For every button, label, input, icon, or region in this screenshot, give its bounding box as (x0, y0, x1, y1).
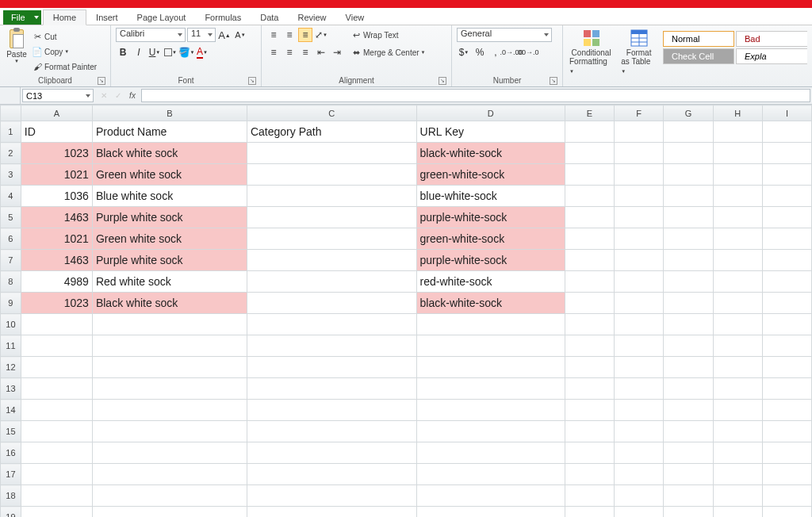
cell[interactable] (565, 507, 614, 518)
cell[interactable] (615, 314, 664, 335)
cell[interactable] (664, 164, 713, 186)
cell[interactable] (565, 335, 614, 357)
cell[interactable] (565, 250, 614, 271)
border-button[interactable]: ▼ (163, 45, 178, 59)
tab-page-layout[interactable]: Page Layout (128, 10, 196, 25)
cell[interactable] (664, 421, 713, 442)
cell[interactable]: black-white-sock (416, 293, 565, 314)
cell[interactable] (762, 228, 811, 250)
cell[interactable] (713, 250, 762, 271)
cell[interactable] (92, 335, 247, 357)
cell[interactable] (92, 507, 247, 518)
row-header[interactable]: 13 (1, 378, 21, 400)
col-header-I[interactable]: I (762, 105, 811, 121)
row-header[interactable]: 12 (1, 357, 21, 378)
cell[interactable] (416, 400, 565, 421)
row-header[interactable]: 3 (1, 164, 21, 186)
cell[interactable] (247, 442, 416, 464)
cell[interactable] (664, 357, 713, 378)
row-header[interactable]: 7 (1, 250, 21, 271)
cell[interactable] (615, 507, 664, 518)
cell[interactable] (762, 335, 811, 357)
cell[interactable]: Black white sock (92, 293, 247, 314)
cell[interactable] (762, 378, 811, 400)
cell[interactable] (416, 485, 565, 507)
col-header-F[interactable]: F (615, 105, 664, 121)
cell[interactable]: 1463 (21, 207, 92, 228)
cell[interactable]: blue-white-sock (416, 186, 565, 207)
shrink-font-button[interactable]: A▼ (233, 28, 247, 42)
cell[interactable] (565, 442, 614, 464)
cell[interactable] (615, 335, 664, 357)
cell[interactable] (762, 143, 811, 164)
cell[interactable]: 1023 (21, 293, 92, 314)
cell[interactable]: URL Key (416, 121, 565, 143)
cell[interactable]: 1023 (21, 143, 92, 164)
col-header-C[interactable]: C (247, 105, 416, 121)
cell[interactable] (92, 464, 247, 485)
cell[interactable] (762, 400, 811, 421)
cell[interactable] (664, 271, 713, 293)
fill-color-button[interactable]: 🪣▼ (179, 45, 193, 59)
italic-button[interactable]: I (132, 45, 146, 59)
cell[interactable] (565, 293, 614, 314)
cell[interactable] (416, 314, 565, 335)
select-all-corner[interactable] (1, 105, 21, 121)
cell[interactable] (664, 485, 713, 507)
wrap-text-button[interactable]: ↩Wrap Text (350, 28, 426, 42)
cell[interactable]: 4989 (21, 271, 92, 293)
cell[interactable]: 1021 (21, 228, 92, 250)
tab-data[interactable]: Data (251, 10, 288, 25)
style-explanatory[interactable]: Expla (736, 48, 807, 64)
cell[interactable] (713, 207, 762, 228)
row-header[interactable]: 14 (1, 400, 21, 421)
align-right-button[interactable]: ≡ (298, 45, 312, 59)
cell[interactable] (247, 464, 416, 485)
cell[interactable] (247, 164, 416, 186)
cell[interactable] (713, 507, 762, 518)
cell[interactable] (21, 378, 92, 400)
cell[interactable] (21, 357, 92, 378)
cell[interactable]: purple-white-sock (416, 250, 565, 271)
cell[interactable] (713, 421, 762, 442)
cell[interactable] (565, 143, 614, 164)
increase-indent-button[interactable]: ⇥ (330, 45, 344, 59)
cell[interactable] (565, 464, 614, 485)
font-size-select[interactable]: 11 (187, 28, 216, 42)
align-middle-button[interactable]: ≡ (282, 28, 297, 42)
cell[interactable] (565, 186, 614, 207)
cell[interactable] (664, 464, 713, 485)
cell[interactable] (762, 442, 811, 464)
row-header[interactable]: 17 (1, 464, 21, 485)
cell[interactable]: Green white sock (92, 164, 247, 186)
cell[interactable] (664, 378, 713, 400)
cell[interactable] (664, 121, 713, 143)
cell[interactable] (615, 485, 664, 507)
row-header[interactable]: 8 (1, 271, 21, 293)
cell[interactable] (762, 314, 811, 335)
cell[interactable] (713, 485, 762, 507)
cell[interactable]: Blue white sock (92, 186, 247, 207)
cell[interactable] (615, 293, 664, 314)
cancel-formula-button[interactable]: ✕ (97, 89, 111, 103)
col-header-G[interactable]: G (664, 105, 713, 121)
cell[interactable] (713, 186, 762, 207)
cell[interactable] (247, 378, 416, 400)
cell[interactable] (565, 164, 614, 186)
format-as-table-button[interactable]: Format as Table ▼ (619, 28, 658, 75)
grow-font-button[interactable]: A▲ (217, 28, 232, 42)
cell[interactable]: Purple white sock (92, 250, 247, 271)
tab-formulas[interactable]: Formulas (195, 10, 251, 25)
cell[interactable] (762, 293, 811, 314)
cell[interactable] (247, 293, 416, 314)
cell[interactable]: purple-white-sock (416, 207, 565, 228)
cell[interactable] (664, 186, 713, 207)
cell[interactable] (762, 207, 811, 228)
cell[interactable] (247, 271, 416, 293)
cell[interactable]: Category Path (247, 121, 416, 143)
cell[interactable] (21, 507, 92, 518)
cell[interactable] (247, 143, 416, 164)
style-check-cell[interactable]: Check Cell (663, 48, 734, 64)
cell[interactable] (615, 400, 664, 421)
cell[interactable] (762, 186, 811, 207)
